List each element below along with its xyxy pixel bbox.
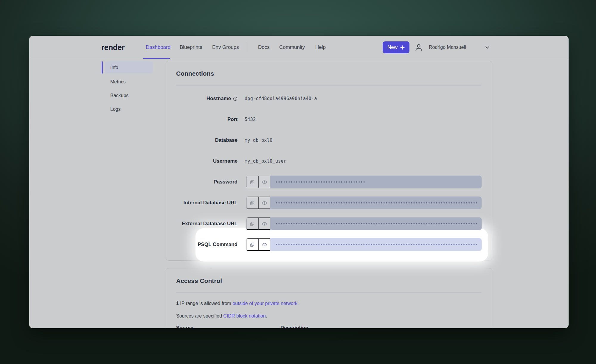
database-value: my_db_pxl0 (245, 138, 272, 143)
avatar[interactable] (412, 41, 425, 54)
active-tab-underline (143, 58, 170, 59)
password-row: Password (166, 172, 492, 192)
plus-icon (400, 45, 405, 50)
nav-item-help[interactable]: Help (315, 36, 326, 59)
masked-dots (275, 196, 477, 209)
dashboard-window: render Dashboard Blueprints Env Groups D… (29, 36, 569, 328)
copy-button[interactable] (246, 197, 258, 209)
port-row: Port 5432 (166, 109, 492, 130)
chevron-down-icon[interactable] (485, 45, 490, 50)
internal-database-url-field (246, 196, 482, 209)
nav-item-community[interactable]: Community (279, 36, 305, 59)
hostname-row: Hostname dpg-cfd8qola4996a90hia40-a (166, 88, 492, 109)
access-control-panel: Access Control 1 IP range is allowed fro… (166, 268, 492, 328)
access-control-title: Access Control (176, 277, 222, 284)
top-navigation: render Dashboard Blueprints Env Groups D… (29, 36, 569, 59)
description-column-header: Description (280, 325, 308, 328)
sources-text: Sources are specified CIDR block notatio… (176, 313, 267, 319)
external-database-url-label: External Database URL (166, 221, 238, 227)
reveal-button[interactable] (258, 197, 270, 209)
external-database-url-row: External Database URL (166, 213, 492, 234)
psql-masked-value[interactable] (270, 238, 482, 251)
reveal-button[interactable] (258, 176, 270, 188)
sidebar-active-indicator (102, 61, 103, 74)
psql-command-field (246, 238, 482, 251)
nav-divider (247, 42, 247, 52)
psql-command-label: PSQL Command (166, 242, 238, 248)
psql-command-row: PSQL Command (166, 234, 492, 255)
reveal-button[interactable] (258, 238, 270, 251)
database-row: Database my_db_pxl0 (166, 130, 492, 151)
reveal-button[interactable] (258, 217, 270, 230)
database-label: Database (166, 137, 238, 143)
private-network-link[interactable]: outside of your private network (232, 301, 297, 306)
username-label: Username (166, 158, 238, 164)
section-divider (176, 85, 481, 85)
section-divider (176, 293, 481, 293)
nav-item-dashboard[interactable]: Dashboard (146, 36, 170, 59)
new-button[interactable]: New (383, 41, 409, 53)
masked-dots (275, 217, 477, 230)
copy-button[interactable] (246, 238, 258, 251)
sidebar-item-backups[interactable]: Backups (105, 89, 153, 102)
internal-database-url-label: Internal Database URL (166, 200, 238, 206)
hostname-value: dpg-cfd8qola4996a90hia40-a (245, 96, 317, 101)
password-field (246, 175, 482, 189)
password-masked-value[interactable] (270, 176, 482, 188)
nav-item-blueprints[interactable]: Blueprints (180, 36, 202, 59)
source-column-header: Source (176, 325, 193, 328)
port-label: Port (166, 116, 238, 122)
user-icon (414, 43, 423, 52)
sidebar-item-info[interactable]: Info (105, 61, 153, 74)
new-button-label: New (387, 44, 398, 50)
port-value: 5432 (245, 117, 256, 122)
external-url-masked-value[interactable] (270, 217, 482, 230)
user-name[interactable]: Rodrigo Mansueli (429, 36, 466, 59)
nav-item-docs[interactable]: Docs (258, 36, 270, 59)
nav-item-env-groups[interactable]: Env Groups (212, 36, 239, 59)
connection-rows: Hostname dpg-cfd8qola4996a90hia40-a Port… (166, 88, 492, 255)
username-value: my_db_pxl0_user (245, 158, 286, 164)
password-label: Password (166, 179, 238, 185)
connections-title: Connections (176, 70, 214, 77)
username-row: Username my_db_pxl0_user (166, 151, 492, 172)
cidr-notation-link[interactable]: CIDR block notation (223, 313, 266, 318)
external-database-url-field (246, 217, 482, 230)
copy-button[interactable] (246, 176, 258, 188)
masked-dots (275, 238, 477, 251)
render-logo: render (101, 36, 125, 59)
internal-database-url-row: Internal Database URL (166, 192, 492, 213)
connections-panel: Connections Hostname dpg-cfd8qola4996a90… (166, 61, 492, 261)
internal-url-masked-value[interactable] (270, 197, 482, 209)
sidebar-item-metrics[interactable]: Metrics (105, 76, 153, 88)
info-icon[interactable] (233, 97, 238, 101)
sidebar-item-logs[interactable]: Logs (105, 103, 153, 115)
masked-dots (275, 175, 365, 189)
hostname-label: Hostname (166, 96, 238, 102)
ip-range-text: 1 IP range is allowed from outside of yo… (176, 301, 299, 306)
copy-button[interactable] (246, 217, 258, 230)
